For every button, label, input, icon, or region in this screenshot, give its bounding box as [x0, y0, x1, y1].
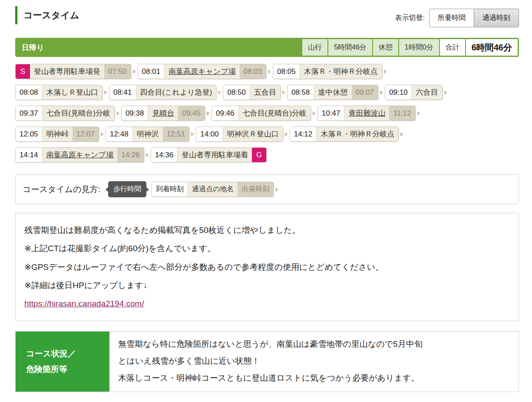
- arrow-icon: [384, 70, 387, 74]
- arrival-time: 10:47: [318, 106, 344, 120]
- arrow-icon: [133, 70, 136, 74]
- toggle-passing-time-button[interactable]: 通過時刻: [474, 9, 519, 27]
- summary-rest-label: 休憩: [373, 39, 398, 56]
- page-title: コースタイム: [15, 6, 79, 24]
- segment-box: 08:58途中休憩09:07: [287, 85, 378, 100]
- display-toggle-area: 表示切替: 所要時間 通過時刻: [395, 9, 519, 27]
- place-name: 登山者専用駐車場着: [177, 148, 252, 162]
- arrival-time: 09:46: [212, 106, 238, 120]
- course-row: S登山者専用駐車場発07:5008:01南葉高原キャンプ場08:0308:05木…: [15, 64, 519, 79]
- summary-hike-label: 山行: [302, 39, 327, 56]
- segment-box: S登山者専用駐車場発07:50: [15, 64, 131, 79]
- arrival-time: 08:08: [16, 85, 42, 100]
- note-line: ※GPSデータはルーファイで右へ左へ部分が多数あるので参考程度の使用にとどめてく…: [24, 260, 510, 274]
- arrival-time: 12:48: [106, 127, 132, 141]
- arrival-time: 08:50: [223, 85, 250, 100]
- arrival-time: 08:41: [109, 85, 136, 100]
- status-line: 木落しコース・明神峠コースともに登山道ロストに気をつかう必要があります。: [118, 370, 510, 387]
- hp-link[interactable]: https://hirasan.canada2194.com/: [24, 299, 144, 308]
- legend-label: コースタイムの見方:: [23, 184, 100, 195]
- summary-rest-value: 1時間0分: [399, 39, 439, 56]
- course-status-label-line2: 危険箇所等: [26, 362, 109, 377]
- segment-box: 12:05明神峠12:07: [15, 126, 99, 142]
- segment-box: 09:38見晴台09:45: [121, 106, 205, 121]
- place-name: 七合目(見晴台)分岐: [238, 106, 311, 120]
- segment-box: 08:50五合目: [223, 85, 281, 100]
- place-name: 五合目: [250, 85, 280, 100]
- arrival-time: 12:05: [16, 127, 42, 141]
- notes-box: 残雪期登山は難易度が高くなるため掲載写真を50枚近くに増やしました。※上記CTは…: [15, 213, 519, 321]
- place-name-link[interactable]: 青田難波山: [344, 106, 389, 120]
- course-row: 08:08木落しＲ登山口08:41四合目(これより急登)08:50五合目08:5…: [15, 85, 519, 100]
- status-line: 無雪期なら特に危険箇所はないと思うが、南葉山は豪雪地帯の里山なので5月中旬: [118, 336, 510, 353]
- departure-time: 08:03: [240, 64, 266, 79]
- arrow-icon: [313, 111, 316, 116]
- walking-time-badge: 歩行時間: [108, 181, 146, 197]
- segment-box: 08:41四合目(これより急登): [109, 85, 216, 100]
- arrival-time: 14:14: [16, 148, 42, 162]
- arrow-icon: [282, 90, 285, 95]
- arrival-time: 08:05: [273, 64, 300, 79]
- summary-hike-value: 5時間46分: [328, 39, 372, 56]
- segment-box: 14:14南葉高原キャンプ場14:26: [15, 147, 144, 163]
- segment-box: 09:37七合目(見晴台)分岐: [15, 106, 115, 121]
- departure-time: 14:26: [117, 148, 144, 162]
- status-line: とはいえ残雪が多く雪山に近い状態！: [118, 353, 510, 370]
- summary-total-value: 6時間46分: [466, 39, 518, 56]
- start-badge: S: [16, 64, 30, 79]
- arrow-icon: [207, 111, 210, 116]
- segment-box: 08:05木落Ｒ・明神Ｒ分岐点: [273, 64, 382, 79]
- trip-type-label: 日帰り: [17, 39, 301, 56]
- display-toggle-label: 表示切替:: [395, 13, 425, 23]
- arrow-icon: [218, 90, 221, 95]
- arrival-time: 14:00: [196, 127, 223, 141]
- segment-box: 14:00明神沢Ｒ登山口: [196, 126, 283, 142]
- course-status-box: コース状況／ 危険箇所等 無雪期なら特に危険箇所はないと思うが、南葉山は豪雪地帯…: [15, 331, 519, 392]
- place-name: 木落しＲ登山口: [42, 85, 102, 100]
- course-status-label-line1: コース状況／: [26, 346, 109, 362]
- place-name: 七合目(見晴台)分岐: [42, 106, 114, 120]
- arrow-icon: [104, 90, 107, 95]
- segment-box: 14:12木落Ｒ・明神Ｒ分岐点: [290, 126, 399, 142]
- legend-box: コースタイムの見方: 歩行時間 到着時刻 通過点の地名 出発時刻: [15, 174, 519, 204]
- place-name: 途中休憩: [314, 85, 352, 100]
- arrival-time: 08:01: [138, 64, 165, 79]
- note-line: ※詳細は後日HPにアップします↓: [24, 279, 510, 292]
- note-line: 残雪期登山は難易度が高くなるため掲載写真を50枚近くに増やしました。: [24, 223, 510, 237]
- arrow-icon: [444, 90, 447, 95]
- place-name: 明神沢: [132, 127, 163, 141]
- place-name-link[interactable]: 南葉高原キャンプ場: [42, 148, 118, 162]
- course-row: 12:05明神峠12:0712:48明神沢12:5114:00明神沢Ｒ登山口14…: [15, 126, 519, 142]
- place-name: 六合目: [412, 85, 442, 100]
- legend-place-name: 通過点の地名: [188, 182, 238, 196]
- arrival-time: 09:10: [385, 85, 412, 100]
- note-line: ※上記CTは花撮影タイム(約60分)を含んでいます。: [24, 242, 510, 255]
- departure-time: 12:51: [163, 127, 189, 141]
- arrival-time: 08:58: [287, 85, 314, 100]
- place-name-link[interactable]: 南葉高原キャンプ場: [164, 64, 240, 79]
- summary-bar: 日帰り 山行 5時間46分 休憩 1時間0分 合計 6時間46分: [15, 38, 519, 57]
- segment-box: 09:10六合目: [385, 85, 443, 100]
- arrow-icon: [116, 111, 119, 116]
- segment-box: 08:08木落しＲ登山口: [15, 85, 102, 100]
- goal-badge: G: [252, 148, 266, 162]
- display-toggle-group: 所要時間 通過時刻: [429, 9, 519, 27]
- place-name-link[interactable]: 見晴台: [148, 106, 178, 120]
- arrow-icon: [380, 90, 383, 95]
- place-name: 木落Ｒ・明神Ｒ分岐点: [316, 127, 398, 141]
- place-name: 明神沢Ｒ登山口: [223, 127, 283, 141]
- segment-box: 12:48明神沢12:51: [106, 126, 189, 142]
- place-name: 明神峠: [42, 127, 73, 141]
- departure-time: 09:07: [352, 85, 378, 100]
- course-time-page: コースタイム 表示切替: 所要時間 通過時刻 日帰り 山行 5時間46分 休憩 …: [0, 0, 532, 401]
- notes-link-line: https://hirasan.canada2194.com/: [24, 297, 510, 310]
- course-status-label: コース状況／ 危険箇所等: [16, 332, 109, 392]
- departure-time: 07:50: [104, 64, 131, 79]
- segment-box: 10:47青田難波山11:12: [317, 106, 416, 121]
- arrival-time: 09:38: [122, 106, 148, 120]
- place-name: 登山者専用駐車場発: [30, 64, 104, 79]
- legend-departure-time: 出発時刻: [238, 182, 273, 196]
- toggle-required-time-button[interactable]: 所要時間: [429, 9, 474, 27]
- summary-total-label: 合計: [440, 39, 465, 56]
- course-row: 09:37七合目(見晴台)分岐09:38見晴台09:4509:46七合目(見晴台…: [15, 106, 519, 121]
